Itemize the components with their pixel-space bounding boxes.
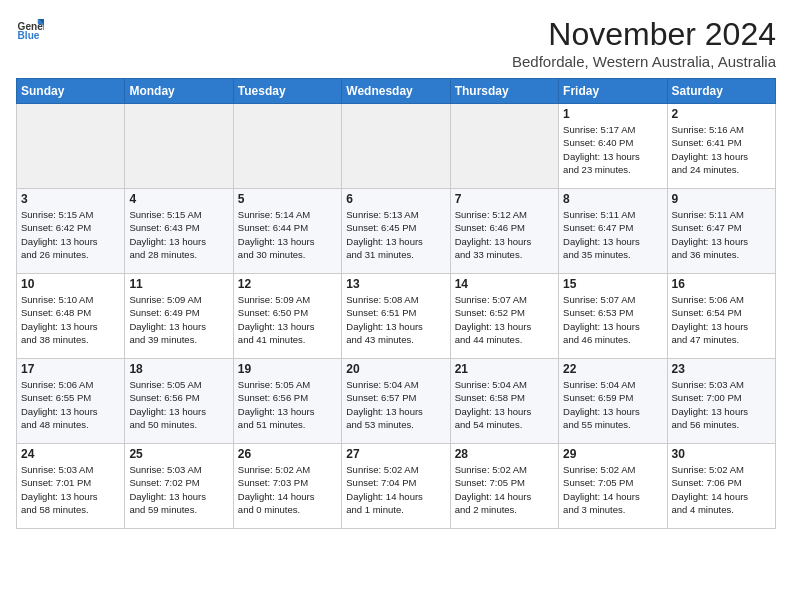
day-info: Sunrise: 5:07 AM Sunset: 6:53 PM Dayligh…: [563, 293, 662, 346]
calendar-header-row: SundayMondayTuesdayWednesdayThursdayFrid…: [17, 79, 776, 104]
day-info: Sunrise: 5:15 AM Sunset: 6:42 PM Dayligh…: [21, 208, 120, 261]
calendar-cell: [17, 104, 125, 189]
calendar-cell: 16Sunrise: 5:06 AM Sunset: 6:54 PM Dayli…: [667, 274, 775, 359]
weekday-header: Sunday: [17, 79, 125, 104]
day-info: Sunrise: 5:03 AM Sunset: 7:02 PM Dayligh…: [129, 463, 228, 516]
day-info: Sunrise: 5:02 AM Sunset: 7:05 PM Dayligh…: [563, 463, 662, 516]
calendar-cell: 12Sunrise: 5:09 AM Sunset: 6:50 PM Dayli…: [233, 274, 341, 359]
calendar-cell: 25Sunrise: 5:03 AM Sunset: 7:02 PM Dayli…: [125, 444, 233, 529]
day-info: Sunrise: 5:10 AM Sunset: 6:48 PM Dayligh…: [21, 293, 120, 346]
calendar-cell: 1Sunrise: 5:17 AM Sunset: 6:40 PM Daylig…: [559, 104, 667, 189]
logo: General Blue: [16, 16, 44, 44]
day-info: Sunrise: 5:09 AM Sunset: 6:50 PM Dayligh…: [238, 293, 337, 346]
day-number: 27: [346, 447, 445, 461]
day-info: Sunrise: 5:17 AM Sunset: 6:40 PM Dayligh…: [563, 123, 662, 176]
day-number: 29: [563, 447, 662, 461]
page-header: General Blue November 2024 Bedfordale, W…: [16, 16, 776, 70]
day-info: Sunrise: 5:04 AM Sunset: 6:58 PM Dayligh…: [455, 378, 554, 431]
calendar-cell: 10Sunrise: 5:10 AM Sunset: 6:48 PM Dayli…: [17, 274, 125, 359]
weekday-header: Wednesday: [342, 79, 450, 104]
day-number: 25: [129, 447, 228, 461]
day-number: 30: [672, 447, 771, 461]
day-info: Sunrise: 5:03 AM Sunset: 7:01 PM Dayligh…: [21, 463, 120, 516]
day-number: 4: [129, 192, 228, 206]
calendar-cell: 30Sunrise: 5:02 AM Sunset: 7:06 PM Dayli…: [667, 444, 775, 529]
calendar-cell: 21Sunrise: 5:04 AM Sunset: 6:58 PM Dayli…: [450, 359, 558, 444]
calendar-cell: 28Sunrise: 5:02 AM Sunset: 7:05 PM Dayli…: [450, 444, 558, 529]
calendar-cell: 18Sunrise: 5:05 AM Sunset: 6:56 PM Dayli…: [125, 359, 233, 444]
day-number: 8: [563, 192, 662, 206]
day-number: 5: [238, 192, 337, 206]
day-info: Sunrise: 5:13 AM Sunset: 6:45 PM Dayligh…: [346, 208, 445, 261]
calendar-cell: 8Sunrise: 5:11 AM Sunset: 6:47 PM Daylig…: [559, 189, 667, 274]
calendar-cell: [342, 104, 450, 189]
calendar-week-row: 17Sunrise: 5:06 AM Sunset: 6:55 PM Dayli…: [17, 359, 776, 444]
day-number: 19: [238, 362, 337, 376]
day-number: 28: [455, 447, 554, 461]
day-info: Sunrise: 5:11 AM Sunset: 6:47 PM Dayligh…: [672, 208, 771, 261]
day-number: 3: [21, 192, 120, 206]
day-number: 23: [672, 362, 771, 376]
svg-text:Blue: Blue: [18, 30, 40, 41]
logo-icon: General Blue: [16, 16, 44, 44]
day-info: Sunrise: 5:05 AM Sunset: 6:56 PM Dayligh…: [129, 378, 228, 431]
day-info: Sunrise: 5:04 AM Sunset: 6:57 PM Dayligh…: [346, 378, 445, 431]
calendar-cell: 29Sunrise: 5:02 AM Sunset: 7:05 PM Dayli…: [559, 444, 667, 529]
calendar-cell: 11Sunrise: 5:09 AM Sunset: 6:49 PM Dayli…: [125, 274, 233, 359]
day-info: Sunrise: 5:03 AM Sunset: 7:00 PM Dayligh…: [672, 378, 771, 431]
day-number: 24: [21, 447, 120, 461]
day-number: 17: [21, 362, 120, 376]
calendar-cell: 19Sunrise: 5:05 AM Sunset: 6:56 PM Dayli…: [233, 359, 341, 444]
day-number: 10: [21, 277, 120, 291]
day-info: Sunrise: 5:11 AM Sunset: 6:47 PM Dayligh…: [563, 208, 662, 261]
day-info: Sunrise: 5:14 AM Sunset: 6:44 PM Dayligh…: [238, 208, 337, 261]
day-info: Sunrise: 5:09 AM Sunset: 6:49 PM Dayligh…: [129, 293, 228, 346]
calendar-week-row: 1Sunrise: 5:17 AM Sunset: 6:40 PM Daylig…: [17, 104, 776, 189]
title-block: November 2024 Bedfordale, Western Austra…: [512, 16, 776, 70]
day-info: Sunrise: 5:16 AM Sunset: 6:41 PM Dayligh…: [672, 123, 771, 176]
calendar-cell: 26Sunrise: 5:02 AM Sunset: 7:03 PM Dayli…: [233, 444, 341, 529]
day-info: Sunrise: 5:04 AM Sunset: 6:59 PM Dayligh…: [563, 378, 662, 431]
calendar-cell: 9Sunrise: 5:11 AM Sunset: 6:47 PM Daylig…: [667, 189, 775, 274]
day-number: 7: [455, 192, 554, 206]
calendar-cell: 17Sunrise: 5:06 AM Sunset: 6:55 PM Dayli…: [17, 359, 125, 444]
day-info: Sunrise: 5:02 AM Sunset: 7:06 PM Dayligh…: [672, 463, 771, 516]
day-info: Sunrise: 5:07 AM Sunset: 6:52 PM Dayligh…: [455, 293, 554, 346]
day-number: 21: [455, 362, 554, 376]
calendar-cell: 5Sunrise: 5:14 AM Sunset: 6:44 PM Daylig…: [233, 189, 341, 274]
calendar-cell: 14Sunrise: 5:07 AM Sunset: 6:52 PM Dayli…: [450, 274, 558, 359]
calendar-cell: 20Sunrise: 5:04 AM Sunset: 6:57 PM Dayli…: [342, 359, 450, 444]
calendar-week-row: 24Sunrise: 5:03 AM Sunset: 7:01 PM Dayli…: [17, 444, 776, 529]
day-number: 2: [672, 107, 771, 121]
day-info: Sunrise: 5:06 AM Sunset: 6:54 PM Dayligh…: [672, 293, 771, 346]
calendar-cell: 15Sunrise: 5:07 AM Sunset: 6:53 PM Dayli…: [559, 274, 667, 359]
day-info: Sunrise: 5:12 AM Sunset: 6:46 PM Dayligh…: [455, 208, 554, 261]
weekday-header: Tuesday: [233, 79, 341, 104]
calendar-cell: 13Sunrise: 5:08 AM Sunset: 6:51 PM Dayli…: [342, 274, 450, 359]
day-number: 6: [346, 192, 445, 206]
location-subtitle: Bedfordale, Western Australia, Australia: [512, 53, 776, 70]
calendar-cell: [125, 104, 233, 189]
day-info: Sunrise: 5:06 AM Sunset: 6:55 PM Dayligh…: [21, 378, 120, 431]
day-number: 1: [563, 107, 662, 121]
calendar-cell: 6Sunrise: 5:13 AM Sunset: 6:45 PM Daylig…: [342, 189, 450, 274]
day-number: 12: [238, 277, 337, 291]
day-info: Sunrise: 5:15 AM Sunset: 6:43 PM Dayligh…: [129, 208, 228, 261]
calendar-week-row: 3Sunrise: 5:15 AM Sunset: 6:42 PM Daylig…: [17, 189, 776, 274]
calendar-cell: 27Sunrise: 5:02 AM Sunset: 7:04 PM Dayli…: [342, 444, 450, 529]
calendar-cell: 7Sunrise: 5:12 AM Sunset: 6:46 PM Daylig…: [450, 189, 558, 274]
calendar-week-row: 10Sunrise: 5:10 AM Sunset: 6:48 PM Dayli…: [17, 274, 776, 359]
weekday-header: Saturday: [667, 79, 775, 104]
calendar-cell: 3Sunrise: 5:15 AM Sunset: 6:42 PM Daylig…: [17, 189, 125, 274]
day-number: 14: [455, 277, 554, 291]
calendar-table: SundayMondayTuesdayWednesdayThursdayFrid…: [16, 78, 776, 529]
day-number: 18: [129, 362, 228, 376]
calendar-cell: [233, 104, 341, 189]
calendar-cell: 4Sunrise: 5:15 AM Sunset: 6:43 PM Daylig…: [125, 189, 233, 274]
day-number: 22: [563, 362, 662, 376]
calendar-cell: 2Sunrise: 5:16 AM Sunset: 6:41 PM Daylig…: [667, 104, 775, 189]
calendar-cell: [450, 104, 558, 189]
weekday-header: Thursday: [450, 79, 558, 104]
day-info: Sunrise: 5:05 AM Sunset: 6:56 PM Dayligh…: [238, 378, 337, 431]
day-number: 13: [346, 277, 445, 291]
